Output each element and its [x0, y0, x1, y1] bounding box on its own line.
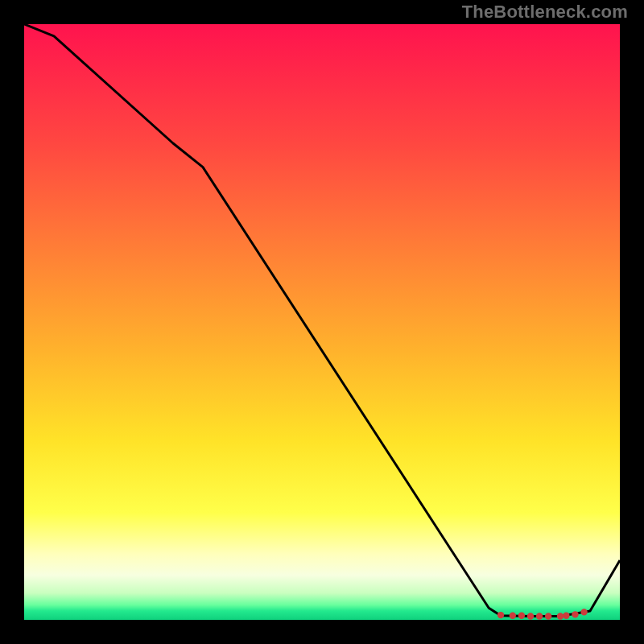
- marker-dot: [557, 613, 564, 619]
- gradient-background: [24, 24, 620, 620]
- marker-dot: [497, 612, 504, 618]
- marker-dot: [510, 613, 516, 619]
- marker-dot: [563, 613, 569, 619]
- marker-dot: [580, 609, 587, 615]
- attribution-label: TheBottleneck.com: [462, 2, 628, 23]
- marker-dot: [518, 613, 525, 619]
- marker-dot: [572, 611, 578, 617]
- chart-stage: TheBottleneck.com: [0, 0, 644, 644]
- marker-dot: [545, 613, 551, 619]
- marker-dot: [536, 613, 543, 619]
- marker-dot: [527, 613, 534, 619]
- chart-svg: [24, 24, 620, 620]
- plot-area: [24, 24, 620, 620]
